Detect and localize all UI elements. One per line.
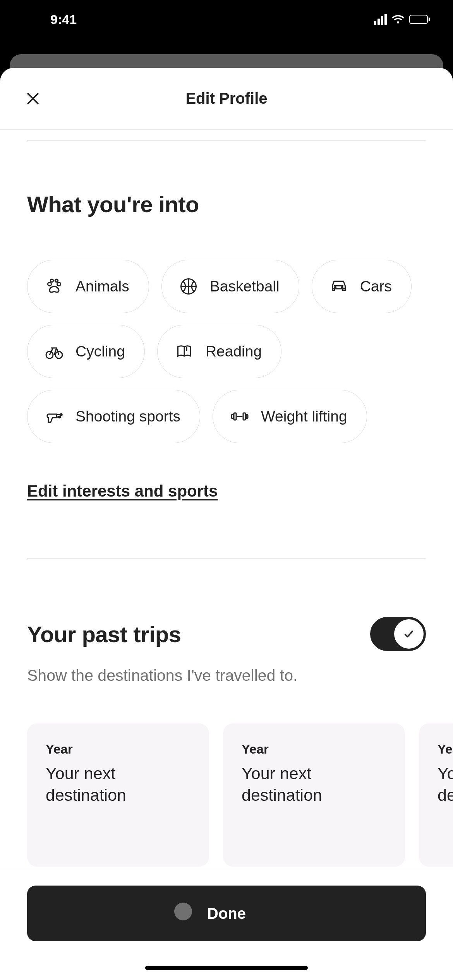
svg-point-5 bbox=[55, 279, 58, 282]
status-bar: 9:41 bbox=[0, 0, 453, 39]
trips-subtitle: Show the destinations I've travelled to. bbox=[27, 666, 426, 685]
svg-rect-22 bbox=[246, 415, 248, 418]
edit-interests-link[interactable]: Edit interests and sports bbox=[27, 482, 426, 500]
svg-rect-21 bbox=[232, 415, 233, 418]
status-icons bbox=[374, 14, 430, 25]
svg-point-15 bbox=[60, 414, 62, 416]
trip-year-label: Year bbox=[438, 742, 453, 757]
svg-point-3 bbox=[57, 283, 61, 286]
dumbbell-icon bbox=[230, 407, 249, 426]
battery-icon bbox=[409, 15, 430, 24]
trip-destination: Your next destination bbox=[438, 763, 453, 806]
chip-animals[interactable]: Animals bbox=[27, 260, 149, 313]
trip-destination: Your next destination bbox=[242, 763, 386, 806]
home-indicator[interactable] bbox=[145, 966, 308, 970]
sheet-footer: Done bbox=[0, 870, 453, 980]
basketball-icon bbox=[179, 277, 198, 296]
edit-profile-sheet: Edit Profile What you're into Animals Ba… bbox=[0, 68, 453, 980]
chip-label: Weight lifting bbox=[261, 408, 347, 425]
chip-label: Shooting sports bbox=[76, 408, 180, 425]
wifi-icon bbox=[391, 14, 405, 25]
chip-label: Basketball bbox=[210, 278, 280, 295]
sheet-body[interactable]: What you're into Animals Basketball Cars… bbox=[0, 130, 453, 980]
trips-heading: Your past trips bbox=[27, 621, 181, 647]
svg-point-10 bbox=[341, 287, 343, 288]
svg-point-2 bbox=[48, 283, 51, 286]
chip-label: Cycling bbox=[76, 343, 125, 360]
book-icon bbox=[175, 342, 194, 361]
chip-cycling[interactable]: Cycling bbox=[27, 325, 145, 378]
status-time: 9:41 bbox=[50, 12, 77, 27]
trip-cards-scroller[interactable]: Year Your next destination Year Your nex… bbox=[27, 723, 453, 867]
svg-point-9 bbox=[335, 287, 336, 288]
interests-heading: What you're into bbox=[27, 191, 426, 217]
sheet-header: Edit Profile bbox=[0, 68, 453, 130]
svg-rect-19 bbox=[234, 413, 236, 420]
interests-chip-group: Animals Basketball Cars Cycling Reading … bbox=[27, 260, 426, 443]
chip-label: Animals bbox=[76, 278, 129, 295]
toggle-knob bbox=[394, 619, 424, 649]
trip-year-label: Year bbox=[46, 742, 190, 757]
check-icon bbox=[403, 629, 414, 639]
trip-destination: Your next destination bbox=[46, 763, 190, 806]
chip-shooting-sports[interactable]: Shooting sports bbox=[27, 390, 200, 443]
sheet-title: Edit Profile bbox=[185, 90, 267, 107]
chip-basketball[interactable]: Basketball bbox=[161, 260, 299, 313]
trip-year-label: Year bbox=[242, 742, 386, 757]
trips-toggle[interactable] bbox=[370, 617, 426, 651]
chip-cars[interactable]: Cars bbox=[312, 260, 412, 313]
chip-label: Reading bbox=[206, 343, 262, 360]
trips-header: Your past trips bbox=[27, 617, 426, 651]
car-icon bbox=[329, 277, 348, 296]
close-button[interactable] bbox=[23, 89, 43, 108]
chip-weight-lifting[interactable]: Weight lifting bbox=[213, 390, 367, 443]
bicycle-icon bbox=[45, 342, 64, 361]
paw-icon bbox=[45, 277, 64, 296]
section-divider bbox=[27, 559, 426, 559]
done-button[interactable]: Done bbox=[27, 886, 426, 941]
svg-rect-20 bbox=[243, 413, 245, 420]
shooting-icon bbox=[45, 407, 64, 426]
close-icon bbox=[26, 91, 40, 106]
trip-card[interactable]: Year Your next destination bbox=[419, 723, 453, 867]
divider bbox=[27, 140, 426, 141]
svg-point-4 bbox=[50, 279, 53, 282]
trip-card[interactable]: Year Your next destination bbox=[27, 723, 209, 867]
chip-label: Cars bbox=[360, 278, 392, 295]
chip-reading[interactable]: Reading bbox=[157, 325, 281, 378]
touch-cursor-icon bbox=[174, 903, 192, 920]
done-button-label: Done bbox=[207, 905, 246, 922]
svg-point-17 bbox=[58, 416, 60, 418]
cellular-signal-icon bbox=[374, 14, 387, 25]
trip-card[interactable]: Year Your next destination bbox=[223, 723, 405, 867]
